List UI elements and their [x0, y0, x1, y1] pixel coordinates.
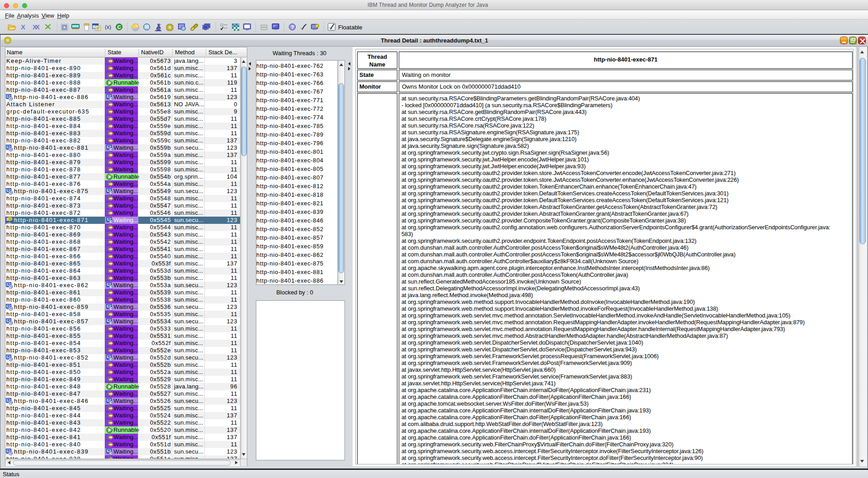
svg-text:?: ? [291, 24, 294, 30]
svg-text:M: M [145, 24, 148, 29]
svg-text:X: X [21, 24, 25, 30]
svg-text:(x): (x) [105, 24, 111, 30]
svg-text:X: X [35, 24, 40, 30]
svg-text:C: C [118, 24, 121, 30]
